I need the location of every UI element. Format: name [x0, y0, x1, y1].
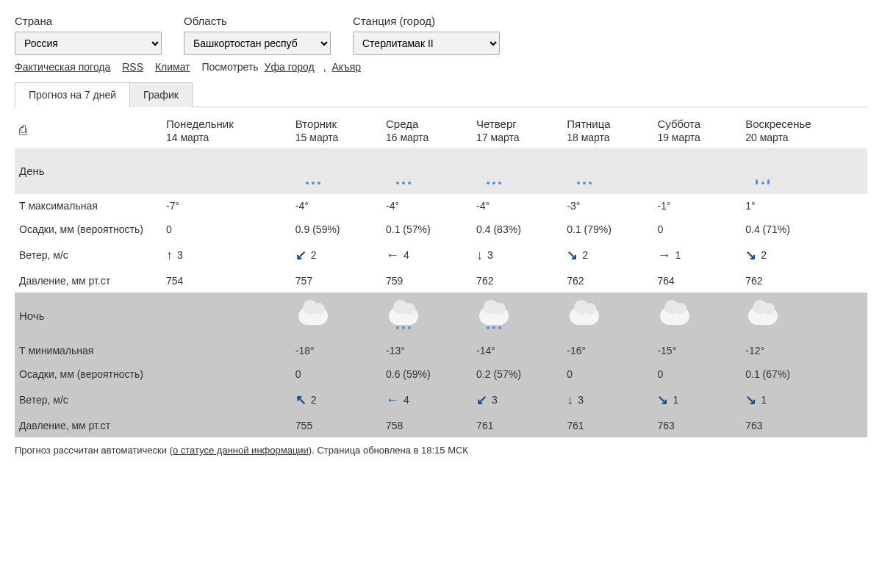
country-selector-group: Страна Россия	[15, 15, 162, 55]
status-info-link[interactable]: о статусе данной информации	[173, 445, 309, 456]
day-header: Понедельник14 марта	[162, 107, 291, 148]
day-header: Воскресенье20 марта	[741, 107, 867, 148]
day-header: Четверг17 марта	[472, 107, 562, 148]
country-select[interactable]: Россия	[15, 32, 162, 55]
day-header: Пятница18 марта	[562, 107, 653, 148]
day-header: Суббота19 марта	[653, 107, 741, 148]
wind-arrow-icon: ↘	[657, 392, 668, 408]
weather-snow-icon	[386, 155, 421, 184]
weather-cloudy-icon	[657, 300, 692, 329]
weather-snow-icon	[295, 155, 331, 184]
see-label: Посмотреть	[201, 61, 258, 73]
weather-rain-snow-icon	[745, 155, 781, 184]
wind-arrow-icon: ↘	[567, 247, 578, 263]
weather-snow-icon	[567, 155, 602, 184]
wind-arrow-icon: →	[657, 248, 670, 263]
night-label: Ночь	[15, 293, 162, 339]
precip-day-row: Осадки, мм (вероятность) 00.9 (59%)0.1 (…	[15, 218, 867, 241]
forecast-table: ⎙ Понедельник14 марта Вторник15 марта Ср…	[15, 107, 867, 437]
weather-cloudy-icon	[567, 300, 602, 329]
weather-snow-icon	[476, 155, 512, 184]
pressure-night-row: Давление, мм рт.ст 755758761761763763	[15, 414, 867, 437]
day-header: Среда16 марта	[381, 107, 472, 148]
climate-link[interactable]: Климат	[155, 61, 190, 73]
region-selector-group: Область Башкортостан респуб	[184, 15, 331, 55]
wind-arrow-icon: ↘	[745, 247, 756, 263]
tab-forecast-7-days[interactable]: Прогноз на 7 дней	[15, 82, 130, 107]
station-label: Станция (город)	[353, 15, 500, 27]
night-section-row: Ночь	[15, 293, 867, 339]
weather-cloudy-icon	[295, 300, 331, 329]
wind-night-row: Ветер, м/с ↖2 ←4 ↙3 ↓3 ↘1 ↘1	[15, 386, 867, 414]
region-label: Область	[184, 15, 331, 27]
rss-link[interactable]: RSS	[122, 61, 143, 73]
weather-partly-sunny-icon	[657, 155, 692, 184]
tmin-row: Т минимальная -18°-13°-14°-16°-15°-12°	[15, 339, 867, 362]
tabs: Прогноз на 7 дней График	[15, 82, 867, 107]
wind-arrow-icon: ↑	[166, 248, 173, 263]
weather-cloudy-icon	[166, 155, 201, 184]
wind-arrow-icon: ↓	[476, 248, 483, 263]
weather-snow-icon	[476, 300, 512, 329]
precip-night-row: Осадки, мм (вероятность) 00.6 (59%)0.2 (…	[15, 362, 867, 386]
weather-partly-cloudy-night-icon	[745, 300, 781, 329]
links-row: Фактическая погода RSS Климат Посмотреть…	[15, 61, 867, 73]
day-section-row: День	[15, 148, 867, 194]
wind-arrow-icon: ←	[386, 392, 399, 408]
city1-link[interactable]: Уфа город	[265, 61, 315, 73]
city2-link[interactable]: Акъяр	[331, 61, 361, 73]
country-label: Страна	[15, 15, 162, 27]
day-label: День	[15, 148, 162, 194]
location-selectors: Страна Россия Область Башкортостан респу…	[15, 15, 867, 55]
wind-arrow-icon: ↙	[476, 392, 487, 408]
pressure-day-row: Давление, мм рт.ст 754757759762762764762	[15, 269, 867, 293]
actual-weather-link[interactable]: Фактическая погода	[15, 61, 110, 73]
print-icon[interactable]: ⎙	[19, 123, 27, 137]
day-header: Вторник15 марта	[291, 107, 381, 148]
station-selector-group: Станция (город) Стерлитамак II	[353, 15, 500, 55]
tmax-row: Т максимальная -7°-4°-4°-4°-3°-1°1°	[15, 194, 867, 218]
header-row: ⎙ Понедельник14 марта Вторник15 марта Ср…	[15, 107, 867, 148]
weather-snow-icon	[386, 300, 421, 329]
wind-arrow-icon: ←	[386, 248, 399, 263]
wind-arrow-icon: ↘	[745, 392, 756, 408]
tab-chart[interactable]: График	[129, 82, 193, 107]
station-select[interactable]: Стерлитамак II	[353, 32, 500, 55]
wind-arrow-icon: ↙	[295, 247, 306, 263]
wind-day-row: Ветер, м/с ↑3 ↙2 ←4 ↓3 ↘2 →1 ↘2	[15, 241, 867, 269]
wind-arrow-icon: ↖	[295, 392, 306, 408]
wind-arrow-icon: ↓	[567, 392, 573, 408]
footer-note: Прогноз рассчитан автоматически (о стату…	[15, 445, 867, 456]
region-select[interactable]: Башкортостан респуб	[184, 32, 331, 55]
